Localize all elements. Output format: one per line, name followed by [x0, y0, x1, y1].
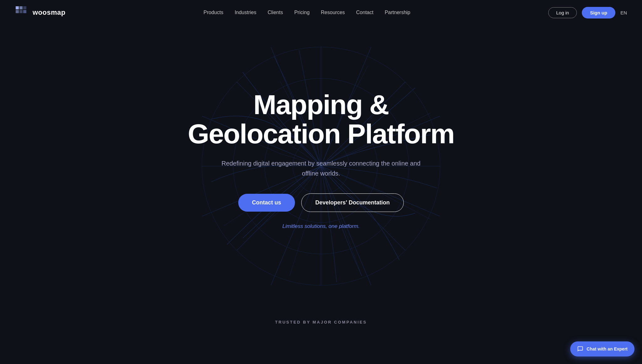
hero-tagline: Limitless solutions, one platform.: [188, 223, 454, 229]
chat-widget-label: Chat with an Expert: [587, 346, 628, 351]
language-selector[interactable]: EN: [620, 10, 627, 15]
chat-widget[interactable]: Chat with an Expert: [570, 341, 634, 356]
hero-title: Mapping & Geolocation Platform: [188, 90, 454, 148]
developers-docs-button[interactable]: Developers' Documentation: [301, 193, 404, 212]
svg-rect-5: [23, 6, 26, 9]
logo-icon: [15, 6, 29, 19]
contact-us-button[interactable]: Contact us: [238, 194, 295, 212]
logo-link[interactable]: woosmap: [15, 6, 66, 19]
nav-links: Products Industries Clients Pricing Reso…: [203, 10, 410, 15]
trusted-section: TRUSTED BY MAJOR COMPANIES: [0, 307, 642, 343]
svg-rect-3: [19, 10, 23, 13]
svg-rect-4: [23, 10, 26, 13]
hero-content: Mapping & Geolocation Platform Redefinin…: [188, 90, 454, 229]
nav-item-contact[interactable]: Contact: [356, 10, 373, 15]
hero-section: Mapping & Geolocation Platform Redefinin…: [0, 25, 642, 307]
nav-item-industries[interactable]: Industries: [234, 10, 256, 15]
nav-item-partnership[interactable]: Partnership: [385, 10, 410, 15]
nav-item-clients[interactable]: Clients: [268, 10, 283, 15]
svg-rect-0: [16, 6, 19, 9]
login-button[interactable]: Log in: [548, 7, 577, 18]
svg-rect-1: [19, 6, 23, 9]
navbar: woosmap Products Industries Clients Pric…: [0, 0, 642, 25]
nav-item-products[interactable]: Products: [203, 10, 223, 15]
svg-rect-2: [16, 10, 19, 13]
hero-buttons: Contact us Developers' Documentation: [188, 193, 454, 212]
logo-text: woosmap: [33, 8, 66, 17]
chat-icon: [577, 346, 583, 352]
trusted-label: TRUSTED BY MAJOR COMPANIES: [13, 320, 629, 324]
signup-button[interactable]: Sign up: [582, 7, 615, 18]
nav-item-pricing[interactable]: Pricing: [294, 10, 310, 15]
hero-title-line2: Geolocation Platform: [188, 118, 454, 149]
nav-actions: Log in Sign up EN: [548, 7, 627, 18]
hero-title-line1: Mapping &: [253, 89, 389, 120]
nav-item-resources[interactable]: Resources: [321, 10, 345, 15]
hero-subtitle: Redefining digital engagement by seamles…: [218, 158, 424, 178]
